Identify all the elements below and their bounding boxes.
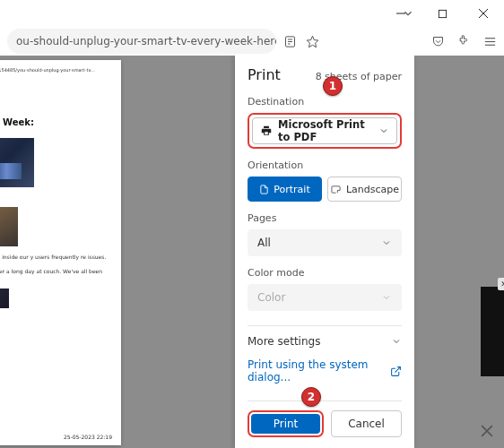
preview-image-2 bbox=[0, 207, 18, 246]
destination-select[interactable]: Microsoft Print to PDF bbox=[252, 117, 397, 144]
url-field[interactable]: ou-should-unplug-your-smart-tv-every-wee… bbox=[7, 29, 276, 54]
print-dialog: Print 8 sheets of paper Destination Micr… bbox=[235, 56, 414, 448]
svg-rect-1 bbox=[439, 10, 446, 17]
system-dialog-link[interactable]: Print using the system dialog... bbox=[248, 358, 402, 383]
divider bbox=[248, 325, 402, 326]
svg-line-14 bbox=[395, 366, 400, 372]
color-mode-select: Color bbox=[248, 284, 402, 311]
annotation-badge-1: 1 bbox=[323, 76, 343, 96]
print-preview-page: wgeek.com/154485/you-should-unplug-your-… bbox=[0, 60, 121, 445]
preview-paragraph-1: ed devices inside our y users frequently… bbox=[0, 254, 114, 261]
destination-highlight: Microsoft Print to PDF bbox=[248, 113, 402, 149]
preview-url: wgeek.com/154485/you-should-unplug-your-… bbox=[0, 67, 114, 73]
printer-icon bbox=[260, 125, 273, 137]
external-link-icon bbox=[390, 366, 402, 377]
more-settings-toggle[interactable]: More settings bbox=[248, 335, 402, 348]
menu-icon[interactable] bbox=[483, 35, 497, 48]
extensions-icon[interactable] bbox=[457, 35, 471, 48]
landscape-icon bbox=[330, 185, 342, 194]
window-controls bbox=[380, 0, 504, 27]
preview-image-1 bbox=[0, 138, 34, 187]
pages-value: All bbox=[257, 237, 271, 249]
ad-block: ✕ bbox=[481, 287, 504, 376]
svg-marker-8 bbox=[307, 36, 318, 47]
page-close-icon[interactable] bbox=[481, 425, 493, 437]
chevron-down-icon bbox=[391, 336, 402, 347]
url-text: ou-should-unplug-your-smart-tv-every-wee… bbox=[16, 35, 276, 47]
preview-paragraph-2: e show after a long day at couch. We've … bbox=[0, 268, 114, 275]
preview-heading: Every Week: bbox=[0, 117, 114, 127]
cancel-button[interactable]: Cancel bbox=[331, 410, 402, 437]
orientation-portrait-button[interactable]: Portrait bbox=[248, 177, 322, 202]
pages-label: Pages bbox=[248, 212, 402, 224]
orientation-label: Orientation bbox=[248, 159, 402, 171]
maximize-button[interactable] bbox=[421, 0, 463, 27]
preview-footer-date: 25-05-2023 22:19 bbox=[64, 434, 112, 440]
page-right-strip: ✕ bbox=[414, 56, 504, 448]
preview-image-3 bbox=[0, 289, 9, 308]
print-button[interactable]: Print bbox=[251, 414, 320, 434]
orientation-landscape-button[interactable]: Landscape bbox=[327, 177, 402, 202]
reader-icon[interactable] bbox=[283, 35, 297, 48]
chevron-down-icon bbox=[381, 292, 392, 303]
address-bar: ou-should-unplug-your-smart-tv-every-wee… bbox=[0, 27, 504, 56]
chevron-down-icon bbox=[381, 237, 392, 248]
print-button-highlight: Print bbox=[248, 410, 324, 437]
color-mode-value: Color bbox=[257, 291, 285, 304]
pocket-icon[interactable] bbox=[431, 35, 445, 48]
annotation-badge-2: 2 bbox=[301, 387, 321, 407]
portrait-icon bbox=[259, 184, 269, 195]
ad-close-icon[interactable]: ✕ bbox=[498, 278, 504, 290]
print-dialog-title: Print bbox=[248, 66, 281, 83]
close-window-button[interactable] bbox=[463, 0, 504, 27]
color-mode-label: Color mode bbox=[248, 267, 402, 279]
minimize-button[interactable] bbox=[380, 0, 421, 27]
chevron-down-icon bbox=[378, 125, 389, 136]
pages-select[interactable]: All bbox=[248, 229, 402, 256]
page-content-area: wgeek.com/154485/you-should-unplug-your-… bbox=[0, 56, 504, 448]
destination-value: Microsoft Print to PDF bbox=[278, 118, 373, 143]
favorite-icon[interactable] bbox=[306, 35, 319, 48]
destination-label: Destination bbox=[248, 96, 402, 108]
